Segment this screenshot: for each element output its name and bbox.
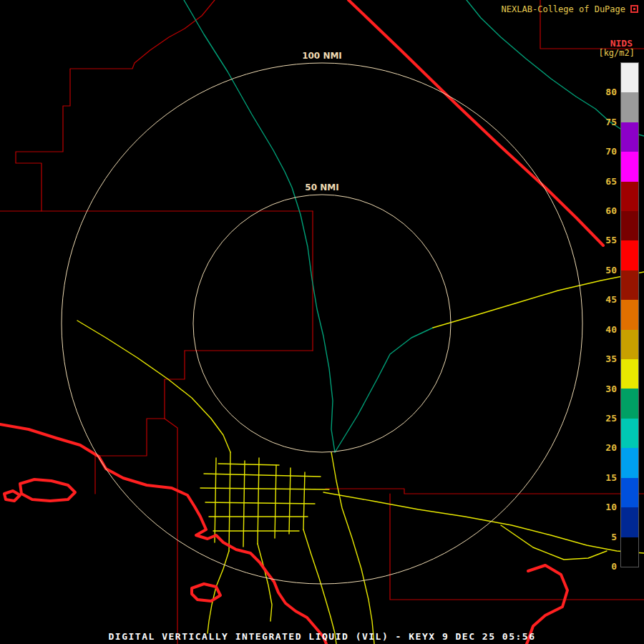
river-line <box>335 328 433 452</box>
county-line <box>16 0 215 211</box>
colorbar-tick-label: 15 <box>587 472 617 483</box>
road-line <box>229 452 230 551</box>
colorbar-band <box>621 389 638 418</box>
county-line <box>326 489 644 494</box>
river-line <box>184 0 335 452</box>
colorbar-tick-label: 65 <box>587 176 617 187</box>
colorbar-band <box>621 448 638 477</box>
colorbar-tick-label: 70 <box>587 146 617 157</box>
range-ring-label: 50 NMI <box>305 182 338 192</box>
road-line <box>501 525 607 560</box>
colorbar-band <box>621 330 638 359</box>
road-line <box>205 502 315 504</box>
road-line <box>215 458 216 542</box>
road-line <box>204 474 321 477</box>
colorbar-tick-label: 20 <box>587 442 617 453</box>
cod-logo-icon <box>630 5 638 13</box>
colorbar-band <box>621 270 638 300</box>
colorbar-tick-label: 35 <box>587 353 617 364</box>
interstate-line-loop <box>4 491 20 501</box>
range-ring-label: 100 NMI <box>302 51 342 61</box>
range-ring <box>62 63 582 584</box>
product-code: NIDS <box>610 38 633 49</box>
colorbar-tick-label: 60 <box>587 205 617 216</box>
interstate-line <box>348 0 603 245</box>
colorbar-tick-label: 40 <box>587 324 617 335</box>
river-line <box>467 0 644 136</box>
colorbar-band <box>621 507 638 537</box>
county-line <box>165 419 177 644</box>
road-line <box>200 488 329 489</box>
colorbar-band <box>621 300 638 329</box>
colorbar-band <box>621 152 638 181</box>
colorbar-tick-label: 25 <box>587 413 617 424</box>
interstate-line <box>0 424 326 644</box>
colorbar-tick-label: 45 <box>587 294 617 305</box>
colorbar-band <box>621 419 638 448</box>
interstate-line-loop <box>20 479 75 501</box>
colorbar-band <box>621 359 638 389</box>
road-line <box>289 468 291 534</box>
road-line <box>331 452 374 644</box>
colorbar-tick-label: 0 <box>587 561 617 572</box>
colorbar-tick-label: 50 <box>587 265 617 275</box>
colorbar-band <box>621 63 638 92</box>
colorbar-tick-label: 75 <box>587 117 617 127</box>
road-line <box>258 544 272 621</box>
product-caption: DIGITAL VERTICALLY INTEGRATED LIQUID (VI… <box>0 631 644 642</box>
source-credit: NEXLAB-College of DuPage <box>502 4 625 14</box>
colorbar-band <box>621 122 638 152</box>
colorbar <box>621 63 638 567</box>
colorbar-band <box>621 478 638 507</box>
colorbar-tick-label: 10 <box>587 502 617 512</box>
road-line <box>303 472 305 530</box>
colorbar-band <box>621 182 638 211</box>
road-line <box>218 464 279 465</box>
range-ring <box>193 195 451 452</box>
radar-display: 50 NMI100 NMI NEXLAB-College of DuPage N… <box>0 0 644 644</box>
colorbar-band <box>621 537 638 567</box>
colorbar-tick-label: 30 <box>587 384 617 394</box>
colorbar-tick-label: 5 <box>587 532 617 542</box>
colorbar-tick-label: 55 <box>587 235 617 245</box>
interstate-line-loop <box>192 584 220 601</box>
road-line <box>243 461 245 547</box>
radar-map: 50 NMI100 NMI <box>0 0 644 644</box>
colorbar-band <box>621 240 638 270</box>
colorbar-tick-label: 80 <box>587 87 617 97</box>
road-line <box>275 465 276 538</box>
road-line <box>303 530 336 644</box>
colorbar-band <box>621 211 638 240</box>
colorbar-band <box>621 92 638 122</box>
road-line <box>77 321 230 452</box>
units-label: [kg/m2] <box>598 48 635 58</box>
